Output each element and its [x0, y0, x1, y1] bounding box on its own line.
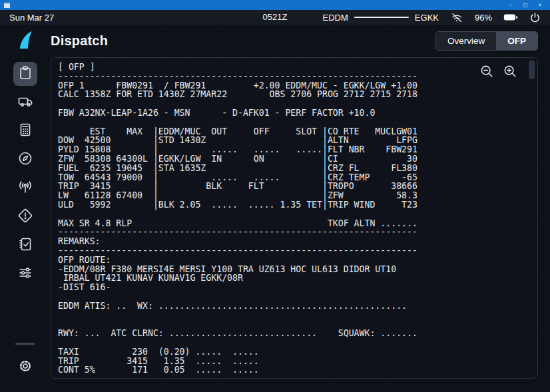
power-icon[interactable] — [529, 12, 541, 23]
statusbar: Sun Mar 27 0521Z EDDM EGKK 96% — [0, 10, 550, 25]
sidebar-item-checklists[interactable] — [13, 234, 37, 258]
calculator-icon — [17, 122, 33, 140]
sidebar-item-atc[interactable] — [13, 176, 37, 200]
sidebar-item-ground[interactable] — [13, 91, 37, 114]
window-app-icon — [4, 3, 10, 8]
statusbar-clock: 0521Z — [263, 10, 288, 25]
page-title: Dispatch — [51, 33, 108, 49]
destination-code: EGKK — [415, 13, 439, 23]
checklist-icon — [17, 236, 33, 255]
battery-percent: 96% — [475, 13, 492, 23]
statusbar-date: Sun Mar 27 — [9, 13, 54, 23]
tab-ofp[interactable]: OFP — [496, 32, 537, 50]
clipboard-icon — [17, 65, 33, 83]
sidebar — [0, 25, 51, 392]
compass-icon — [17, 150, 33, 169]
sidebar-item-presets[interactable] — [13, 262, 37, 286]
view-switcher: Overview OFP — [435, 31, 538, 51]
tab-overview[interactable]: Overview — [436, 32, 496, 50]
antenna-icon — [17, 179, 33, 198]
airline-tail-logo — [18, 31, 33, 52]
warning-diamond-icon — [17, 208, 33, 226]
flight-progress-bar — [354, 17, 409, 18]
sidebar-item-settings[interactable] — [13, 355, 37, 379]
origin-code: EDDM — [323, 13, 348, 23]
ofp-panel: [ OFP ] --------------------------------… — [51, 57, 538, 379]
gear-icon — [17, 358, 33, 377]
sidebar-item-failures[interactable] — [13, 205, 37, 229]
flight-progress: EDDM EGKK — [323, 13, 439, 23]
ofp-text: [ OFP ] --------------------------------… — [58, 63, 531, 375]
window-titlebar: – □ ✕ — [0, 0, 550, 10]
magnifier-plus-icon[interactable] — [503, 64, 517, 79]
page-header: Dispatch Overview OFP — [51, 25, 538, 57]
wifi-off-icon — [450, 11, 463, 23]
sidebar-item-dispatch[interactable] — [13, 62, 37, 86]
sliders-icon — [17, 265, 33, 284]
window-close-button[interactable]: ✕ — [533, 0, 547, 10]
scrollbar-thumb[interactable] — [529, 61, 535, 79]
sidebar-item-navigation[interactable] — [13, 148, 37, 172]
window-minimize-button[interactable]: – — [503, 0, 518, 10]
sidebar-divider — [15, 343, 35, 345]
ofp-scrollbar[interactable] — [529, 61, 535, 375]
window-maximize-button[interactable]: □ — [518, 0, 533, 10]
truck-icon — [17, 93, 33, 112]
battery-icon — [503, 13, 518, 22]
magnifier-minus-icon[interactable] — [479, 64, 494, 79]
sidebar-item-performance[interactable] — [13, 119, 37, 143]
zoom-controls — [479, 64, 517, 79]
